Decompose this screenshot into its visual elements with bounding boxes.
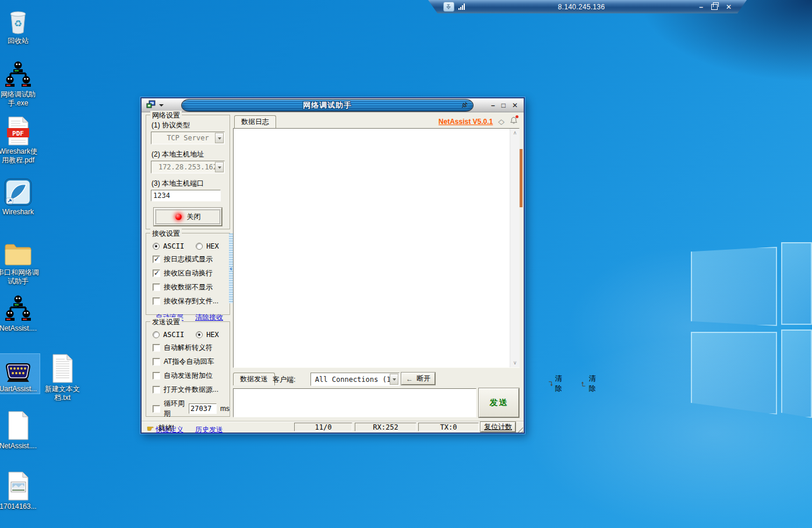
status-rx-count: RX:252 bbox=[355, 423, 416, 431]
pdf-file-icon: PDF bbox=[0, 116, 40, 146]
netassist-app-icon bbox=[0, 293, 40, 323]
dropdown-arrow-icon[interactable] bbox=[215, 162, 224, 172]
group-title: 发送设置 bbox=[150, 317, 182, 327]
send-input[interactable] bbox=[233, 388, 476, 417]
window-system-menu-icon[interactable] bbox=[146, 100, 156, 110]
send-area: 发送 bbox=[233, 388, 520, 419]
cycle-period-input[interactable] bbox=[189, 403, 217, 414]
client-select[interactable]: All Connections (1) bbox=[310, 373, 400, 386]
desktop-icon-netassist-2[interactable]: NetAssist.... bbox=[0, 293, 40, 333]
clear-receive-button[interactable]: 清除 bbox=[581, 374, 598, 394]
tab-data-send[interactable]: 数据发送 bbox=[233, 373, 275, 385]
desktop-icon-label: 17014163... bbox=[0, 502, 40, 511]
local-host-address-select[interactable]: 172.28.253.162 bbox=[151, 161, 225, 173]
desktop-icon-label: 回收站 bbox=[0, 37, 40, 45]
status-ready-text: 就绪! bbox=[158, 423, 174, 433]
send-hex-radio[interactable] bbox=[196, 331, 203, 338]
clear-receive-arrow-icon bbox=[581, 380, 587, 388]
local-host-address-label: (2) 本地主机地址 bbox=[151, 150, 230, 160]
server-close-button[interactable]: 关闭 bbox=[154, 208, 222, 226]
rdp-connection-bar[interactable]: 8.140.245.136 – ✕ bbox=[428, 0, 747, 13]
rdp-pin-icon[interactable] bbox=[443, 2, 454, 12]
desktop-icon-netassist-exe[interactable]: 网络调试助手.exe bbox=[0, 59, 40, 108]
minimize-button[interactable]: – bbox=[491, 102, 495, 109]
pin-on-top-icon[interactable] bbox=[460, 101, 468, 111]
desktop-icon-recycle-bin[interactable]: ♻ 回收站 bbox=[0, 6, 40, 45]
version-link[interactable]: NetAssist V5.0.1 bbox=[439, 118, 493, 126]
receive-hex-radio[interactable] bbox=[196, 243, 203, 250]
status-bar: ☛ 就绪! 11/0 RX:252 TX:0 复位计数 bbox=[142, 421, 524, 433]
netassist-window: 网络调试助手 – □ ✕ 网络设置 (1) 协议类型 TCP Server (2… bbox=[140, 97, 525, 434]
desktop-icon-wireshark[interactable]: Wireshark bbox=[0, 177, 40, 217]
scroll-down-icon[interactable]: ∨ bbox=[510, 359, 520, 367]
receive-settings-group: 接收设置 ASCII HEX 按日志模式显示 接收区自动换行 接收数据不显示 接… bbox=[146, 233, 230, 315]
send-button[interactable]: 发送 bbox=[479, 388, 519, 417]
local-host-port-label: (3) 本地主机端口 bbox=[151, 179, 230, 189]
escape-parse-checkbox[interactable] bbox=[153, 344, 160, 352]
text-file-icon bbox=[41, 354, 84, 383]
save-to-file-checkbox[interactable] bbox=[153, 297, 160, 305]
dropdown-arrow-icon[interactable] bbox=[215, 133, 224, 143]
local-host-port-input[interactable] bbox=[151, 190, 221, 201]
dropdown-arrow-icon[interactable] bbox=[390, 374, 398, 385]
close-button[interactable]: ✕ bbox=[512, 102, 518, 109]
clear-send-button[interactable]: 清除 bbox=[548, 374, 564, 394]
notification-bell-icon[interactable] bbox=[510, 116, 518, 126]
window-titlebar[interactable]: 网络调试助手 – □ ✕ bbox=[142, 98, 524, 112]
logo-pane-top-right bbox=[781, 242, 812, 325]
desktop-icon-netassist-3[interactable]: NetAssist.... bbox=[0, 411, 40, 451]
scroll-up-icon[interactable]: ∧ bbox=[510, 129, 520, 137]
desktop-icon-label: NetAssist.... bbox=[0, 324, 40, 333]
rdp-close-button[interactable]: ✕ bbox=[726, 3, 732, 10]
desktop-icon-uartassist[interactable]: UartAssist... bbox=[0, 354, 40, 394]
wireshark-app-icon bbox=[0, 177, 40, 206]
network-settings-group: 网络设置 (1) 协议类型 TCP Server (2) 本地主机地址 172.… bbox=[146, 115, 230, 229]
auto-wrap-checkbox[interactable] bbox=[153, 270, 160, 277]
status-tx-count: TX:0 bbox=[418, 423, 479, 431]
rdp-address: 8.140.245.136 bbox=[469, 3, 693, 11]
status-session-count: 11/0 bbox=[294, 423, 352, 431]
receive-ascii-radio[interactable] bbox=[153, 243, 160, 250]
image-file-icon bbox=[0, 472, 40, 501]
desktop-icon-label: Wireshark使用教程.pdf bbox=[0, 147, 40, 165]
data-log-area[interactable] bbox=[233, 128, 520, 368]
desktop-icon-label: 串口和网络调试助手 bbox=[0, 268, 40, 286]
panel-collapse-splitter[interactable]: ‹ bbox=[229, 233, 233, 303]
reset-count-button[interactable]: 复位计数 bbox=[481, 422, 516, 432]
window-edge-scroll-accent[interactable] bbox=[520, 149, 522, 207]
diamond-icon[interactable]: ◇ bbox=[498, 118, 504, 125]
rdp-restore-button[interactable] bbox=[711, 4, 718, 10]
tab-data-log[interactable]: 数据日志 bbox=[234, 115, 276, 128]
folder-icon bbox=[0, 238, 40, 267]
desktop-icon-label: UartAssist... bbox=[0, 385, 40, 394]
cycle-period-unit: ms bbox=[220, 405, 230, 413]
system-menu-dropdown-icon[interactable] bbox=[159, 104, 164, 109]
desktop-icon-wireshark-pdf[interactable]: PDF Wireshark使用教程.pdf bbox=[0, 116, 40, 165]
send-toolbar: 数据发送 客户端: All Connections (1) ← 断开 清除 清除 bbox=[233, 373, 520, 386]
group-title: 接收设置 bbox=[150, 229, 182, 239]
hide-received-checkbox[interactable] bbox=[153, 284, 160, 291]
maximize-button[interactable]: □ bbox=[502, 102, 506, 109]
signal-strength-icon bbox=[458, 3, 465, 10]
blank-file-icon bbox=[0, 411, 40, 440]
at-auto-return-checkbox[interactable] bbox=[153, 358, 160, 366]
logo-pane-bottom-right bbox=[781, 329, 812, 418]
log-scrollbar[interactable]: ∧ ∨ bbox=[510, 129, 520, 367]
file-data-source-checkbox[interactable] bbox=[153, 386, 160, 394]
group-title: 网络设置 bbox=[150, 111, 182, 121]
logo-pane-bottom-left bbox=[691, 332, 777, 414]
resize-grip[interactable] bbox=[516, 425, 523, 433]
auto-append-checkbox[interactable] bbox=[153, 372, 160, 380]
desktop-icon-label: 网络调试助手.exe bbox=[0, 90, 40, 108]
disconnect-button[interactable]: ← 断开 bbox=[401, 373, 435, 385]
protocol-type-select[interactable]: TCP Server bbox=[151, 132, 225, 144]
desktop-icon-image-file[interactable]: 17014163... bbox=[0, 472, 40, 511]
desktop-icon-label: Wireshark bbox=[0, 208, 40, 217]
log-mode-checkbox[interactable] bbox=[153, 256, 160, 263]
desktop-icon-serial-folder[interactable]: 串口和网络调试助手 bbox=[0, 238, 40, 286]
desktop-icon-new-text-file[interactable]: 新建文本文档.txt bbox=[41, 354, 84, 402]
notification-dot bbox=[516, 115, 518, 118]
cycle-period-checkbox[interactable] bbox=[153, 405, 160, 413]
rdp-minimize-button[interactable]: – bbox=[699, 3, 703, 10]
send-ascii-radio[interactable] bbox=[153, 331, 160, 338]
